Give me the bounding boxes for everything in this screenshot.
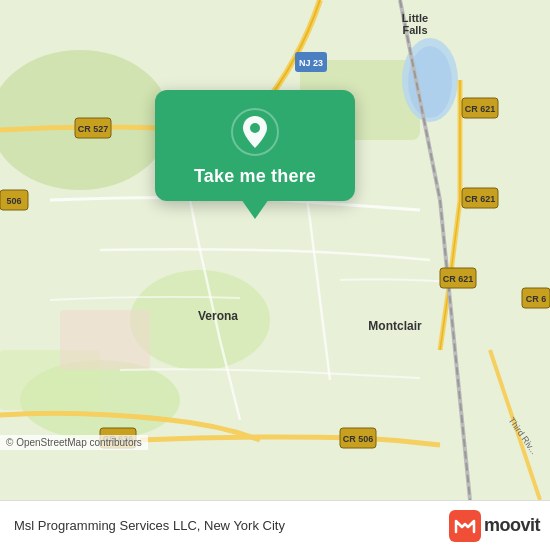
map-container[interactable]: NJ 23 CR 527 CR 621 CR 621 CR 621 CR 506… [0, 0, 550, 500]
svg-text:Verona: Verona [198, 309, 238, 323]
bottom-bar: Msl Programming Services LLC, New York C… [0, 500, 550, 550]
svg-text:506: 506 [6, 196, 21, 206]
svg-text:NJ 23: NJ 23 [299, 58, 323, 68]
svg-text:CR 506: CR 506 [343, 434, 374, 444]
place-title: Msl Programming Services LLC, New York C… [14, 518, 285, 533]
svg-text:Little: Little [402, 12, 428, 24]
svg-rect-34 [449, 510, 481, 542]
popup-card[interactable]: Take me there [155, 90, 355, 201]
svg-text:Montclair: Montclair [368, 319, 422, 333]
moovit-logo: moovit [449, 510, 540, 542]
svg-text:CR 621: CR 621 [465, 194, 496, 204]
moovit-wordmark: moovit [484, 515, 540, 536]
svg-rect-6 [60, 310, 150, 370]
svg-point-33 [250, 123, 260, 133]
svg-text:CR 527: CR 527 [78, 124, 109, 134]
attribution-text: © OpenStreetMap contributors [6, 437, 142, 448]
svg-text:CR 6: CR 6 [526, 294, 547, 304]
map-background: NJ 23 CR 527 CR 621 CR 621 CR 621 CR 506… [0, 0, 550, 500]
take-me-there-label: Take me there [194, 166, 316, 187]
location-pin-icon [231, 108, 279, 156]
map-attribution: © OpenStreetMap contributors [0, 435, 148, 450]
svg-text:CR 621: CR 621 [443, 274, 474, 284]
svg-text:CR 621: CR 621 [465, 104, 496, 114]
svg-text:Falls: Falls [402, 24, 427, 36]
moovit-m-icon [449, 510, 481, 542]
